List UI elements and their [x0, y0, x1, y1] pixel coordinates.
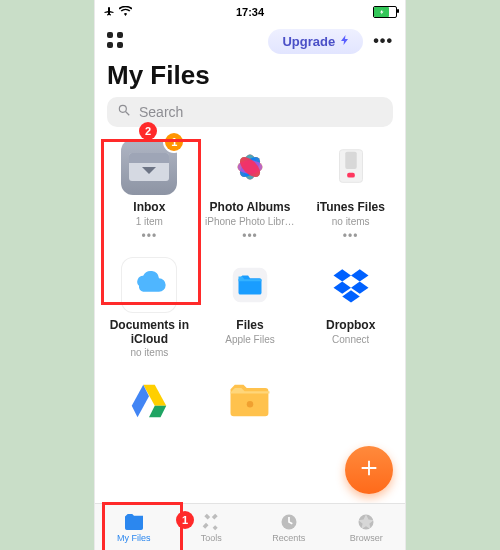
tab-recents[interactable]: Recents: [250, 504, 328, 550]
folder-tile-generic[interactable]: [200, 372, 301, 430]
folder-tile-inbox[interactable]: 1 Inbox 1 item •••: [99, 139, 200, 243]
photos-flower-icon: [222, 139, 278, 195]
status-bar: 17:34: [95, 0, 405, 22]
tab-bar: My Files Tools Recents Browser: [95, 503, 405, 550]
status-time: 17:34: [236, 6, 264, 18]
tab-tools[interactable]: Tools: [173, 504, 251, 550]
folder-icon: [222, 372, 278, 428]
airplane-icon: [103, 5, 115, 19]
folder-sub: Connect: [332, 334, 369, 345]
folder-sub: Apple Files: [225, 334, 274, 345]
folder-name: Documents in iCloud: [104, 319, 194, 347]
folder-tile-itunes[interactable]: iTunes Files no items •••: [300, 139, 401, 243]
recents-tab-icon: [279, 512, 299, 532]
folder-tile-gdrive[interactable]: [99, 372, 200, 430]
folder-tile-files[interactable]: Files Apple Files: [200, 257, 301, 359]
folders-grid: 1 Inbox 1 item •••: [95, 135, 405, 430]
folder-sub: no items: [332, 216, 370, 227]
tab-browser[interactable]: Browser: [328, 504, 406, 550]
svg-rect-12: [347, 173, 355, 178]
svg-line-1: [126, 112, 130, 116]
search-input[interactable]: [137, 103, 383, 121]
folder-sub: no items: [130, 347, 168, 358]
google-drive-icon: [121, 372, 177, 428]
upgrade-button[interactable]: Upgrade: [268, 29, 363, 54]
svg-marker-16: [333, 281, 351, 293]
svg-point-0: [119, 105, 126, 112]
wifi-icon: [119, 6, 132, 18]
folder-name: Inbox: [133, 201, 165, 215]
bolt-icon: [339, 34, 351, 49]
svg-marker-20: [149, 406, 166, 418]
folder-name: Files: [236, 319, 263, 333]
grid-view-icon[interactable]: [107, 32, 125, 50]
folder-sub: iPhone Photo Libra...: [205, 216, 295, 227]
add-button[interactable]: [345, 446, 393, 494]
svg-marker-14: [333, 269, 351, 281]
inbox-icon: 1: [121, 139, 177, 195]
svg-marker-17: [351, 281, 369, 293]
folder-name: iTunes Files: [316, 201, 384, 215]
tab-label: Recents: [272, 533, 305, 543]
search-field[interactable]: [107, 97, 393, 127]
dropbox-icon: [323, 257, 379, 313]
icloud-icon: [121, 257, 177, 313]
upgrade-label: Upgrade: [282, 34, 335, 49]
svg-point-22: [247, 401, 254, 408]
tile-more-icon[interactable]: •••: [343, 229, 359, 243]
browser-tab-icon: [356, 512, 376, 532]
my-files-tab-icon: [123, 512, 145, 532]
svg-marker-15: [351, 269, 369, 281]
tools-tab-icon: [201, 512, 221, 532]
tile-more-icon[interactable]: •••: [242, 229, 258, 243]
folder-tile-documents-icloud[interactable]: Documents in iCloud no items: [99, 257, 200, 359]
page-title: My Files: [95, 60, 405, 97]
device-frame: 17:34 Upgrade ••• My Files: [95, 0, 405, 550]
tab-label: Browser: [350, 533, 383, 543]
itunes-file-icon: [323, 139, 379, 195]
tab-my-files[interactable]: My Files: [95, 504, 173, 550]
folder-sub: 1 item: [136, 216, 163, 227]
plus-icon: [358, 457, 380, 483]
more-icon[interactable]: •••: [373, 32, 393, 50]
search-icon: [117, 103, 131, 121]
battery-icon: [373, 6, 397, 18]
tile-more-icon[interactable]: •••: [142, 229, 158, 243]
folder-tile-photo-albums[interactable]: Photo Albums iPhone Photo Libra... •••: [200, 139, 301, 243]
folder-name: Photo Albums: [210, 201, 291, 215]
svg-marker-18: [342, 290, 360, 302]
svg-rect-11: [345, 152, 357, 169]
folder-name: Dropbox: [326, 319, 375, 333]
apple-files-icon: [222, 257, 278, 313]
app-header: Upgrade •••: [95, 22, 405, 60]
tab-label: Tools: [201, 533, 222, 543]
folder-tile-dropbox[interactable]: Dropbox Connect: [300, 257, 401, 359]
badge: 1: [165, 133, 183, 151]
tab-label: My Files: [117, 533, 151, 543]
